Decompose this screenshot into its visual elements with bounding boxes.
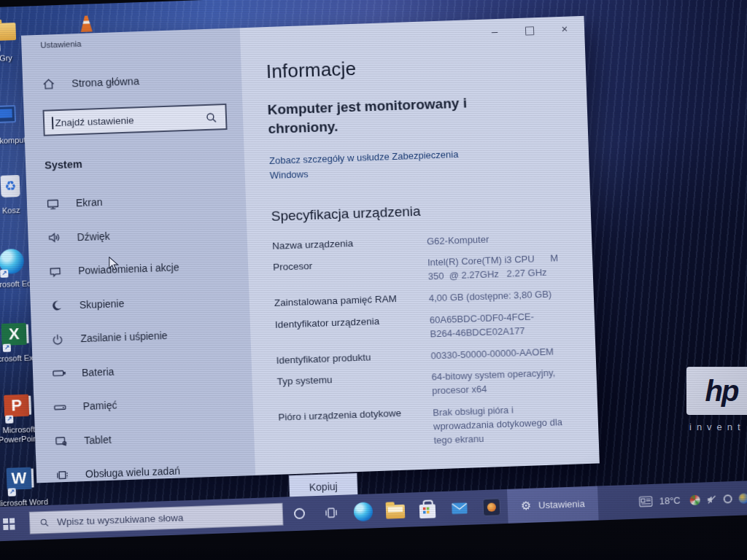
photos-icon xyxy=(482,498,500,516)
bezel-shadow xyxy=(0,547,747,560)
hp-logo: hp invent xyxy=(686,367,747,432)
search-icon xyxy=(204,110,219,125)
settings-search-placeholder: Znajdź ustawienie xyxy=(55,114,134,128)
sidebar-item-label: Dźwięk xyxy=(77,230,110,243)
store-icon xyxy=(419,504,436,518)
cortana-icon xyxy=(293,508,305,520)
windows-security-link[interactable]: Zobacz szczegóły w usłudze Zabezpieczeni… xyxy=(269,147,460,183)
spec-row: Pióro i urządzenia dotykowe Brak obsługi… xyxy=(278,402,578,454)
home-icon xyxy=(42,77,56,91)
news-widget-icon[interactable] xyxy=(638,496,653,508)
spec-row: Identyfikator urządzenia 60A65BDC-0DF0-4… xyxy=(275,308,575,346)
settings-content: – □ × Informacje Komputer jest monitorow… xyxy=(240,16,600,475)
spec-value: Brak obsługi pióra i wprowadzania dotyko… xyxy=(433,402,578,448)
recycle-bin-icon: ♻ xyxy=(1,175,20,198)
excel-icon: X xyxy=(1,323,27,346)
settings-taskbar-label: Ustawienia xyxy=(538,498,585,510)
storage-icon xyxy=(53,400,67,415)
taskbar-search-placeholder: Wpisz tu wyszukiwane słowa xyxy=(57,512,184,527)
settings-window: Ustawienia Strona główna Znajdź ustawien… xyxy=(21,16,600,483)
powerpoint-icon: P xyxy=(4,394,29,417)
minimize-button[interactable]: – xyxy=(487,25,503,39)
spec-heading: Specyfikacja urządzenia xyxy=(271,198,570,224)
taskbar-search-input[interactable]: Wpisz tu wyszukiwane słowa xyxy=(29,503,284,534)
sound-icon xyxy=(47,230,61,245)
window-title: Ustawienia xyxy=(40,34,240,50)
sidebar-section-system: System xyxy=(44,152,244,171)
settings-taskbar-button[interactable]: ⚙ Ustawienia xyxy=(507,486,599,524)
device-specs: Nazwa urządzenia G62-Komputer Procesor I… xyxy=(272,230,578,453)
volume-muted-icon[interactable] xyxy=(706,494,716,504)
spec-value: 4,00 GB (dostępne: 3,80 GB) xyxy=(429,287,574,306)
tablet-icon xyxy=(54,434,69,448)
sidebar-item-home[interactable]: Strona główna xyxy=(42,70,241,91)
status-heading: Komputer jest monitorowany i chroniony. xyxy=(267,90,568,139)
hp-logo-text: hp xyxy=(705,375,738,408)
file-explorer-icon xyxy=(386,504,406,518)
spec-label: Zainstalowana pamięć RAM xyxy=(274,292,430,311)
multitasking-icon xyxy=(55,468,70,483)
spec-row: Typ systemu 64-bitowy system operacyjny,… xyxy=(276,366,576,404)
system-tray: 18°C xyxy=(638,491,747,508)
word-icon: W xyxy=(7,467,32,490)
tray-sync-ring-icon[interactable] xyxy=(723,494,732,503)
battery-icon xyxy=(52,366,66,381)
shortcut-arrow-icon: ↗ xyxy=(3,344,11,352)
focus-assist-icon xyxy=(50,298,64,313)
spec-label: Identyfikator produktu xyxy=(276,349,431,368)
settings-sidebar: Ustawienia Strona główna Znajdź ustawien… xyxy=(21,28,255,483)
sidebar-item-label: Obsługa wielu zadań xyxy=(85,465,180,481)
store-button[interactable] xyxy=(411,491,444,527)
sidebar-item-label: Powiadomienia i akcje xyxy=(78,262,179,277)
sidebar-item-multitasking[interactable]: Obsługa wielu zadań xyxy=(55,451,255,492)
spec-label: Typ systemu xyxy=(276,371,432,404)
spec-value: Intel(R) Core(TM) i3 CPU M 350 @ 2.27GHz… xyxy=(427,252,573,284)
spec-label: Identyfikator urządzenia xyxy=(275,314,430,346)
sidebar-item-label: Tablet xyxy=(84,434,112,446)
spec-value: G62-Komputer xyxy=(427,230,572,249)
spec-value: 00330-50000-00000-AAOEM xyxy=(430,344,576,363)
shortcut-arrow-icon: ↗ xyxy=(0,44,1,52)
task-view-icon xyxy=(324,505,339,520)
folder-icon xyxy=(0,23,16,41)
tray-color-ball-icon[interactable] xyxy=(738,493,747,503)
vlc-cone-icon[interactable] xyxy=(80,15,93,32)
hp-invent-text: invent xyxy=(686,421,747,432)
maximize-button[interactable]: □ xyxy=(522,23,538,37)
task-view-button[interactable] xyxy=(314,495,348,531)
spec-row: Identyfikator produktu 00330-50000-00000… xyxy=(276,344,575,368)
mouse-cursor xyxy=(107,257,120,271)
spec-row: Nazwa urządzenia G62-Komputer xyxy=(272,230,571,254)
windows-start-icon xyxy=(3,518,15,530)
spec-label: Pióro i urządzenia dotykowe xyxy=(278,407,434,454)
photos-button[interactable] xyxy=(475,489,508,525)
mail-button[interactable] xyxy=(443,490,476,526)
sidebar-item-label: Zasilanie i uśpienie xyxy=(80,330,168,344)
spec-value: 60A65BDC-0DF0-4FCE- B264-46BDCE02A177 xyxy=(430,308,575,341)
this-pc-icon xyxy=(0,105,16,123)
temperature-readout[interactable]: 18°C xyxy=(659,495,681,507)
start-button[interactable] xyxy=(0,506,26,542)
mail-icon xyxy=(452,502,468,514)
sidebar-item-label: Ekran xyxy=(76,196,103,209)
spec-row: Procesor Intel(R) Core(TM) i3 CPU M 350 … xyxy=(273,252,573,289)
notifications-icon xyxy=(48,265,63,279)
text-caret xyxy=(52,117,53,129)
sidebar-item-label: Pamięć xyxy=(82,400,117,413)
shortcut-arrow-icon: ↗ xyxy=(0,270,8,278)
edge-taskbar-button[interactable] xyxy=(347,494,380,529)
spec-label: Procesor xyxy=(273,257,428,289)
cortana-button[interactable] xyxy=(282,496,316,532)
file-explorer-button[interactable] xyxy=(379,492,412,528)
spec-label: Nazwa urządzenia xyxy=(272,235,427,254)
tray-pinwheel-icon[interactable] xyxy=(689,494,700,505)
sidebar-home-label: Strona główna xyxy=(71,75,139,89)
edge-icon xyxy=(354,502,374,521)
page-title: Informacje xyxy=(266,50,565,83)
spec-row: Zainstalowana pamięć RAM 4,00 GB (dostęp… xyxy=(274,287,573,311)
shortcut-arrow-icon: ↗ xyxy=(5,415,13,423)
close-button[interactable]: × xyxy=(557,22,573,36)
settings-search-input[interactable]: Znajdź ustawienie xyxy=(42,104,227,136)
sidebar-item-label: Skupienie xyxy=(80,298,125,311)
display-icon xyxy=(46,197,61,211)
